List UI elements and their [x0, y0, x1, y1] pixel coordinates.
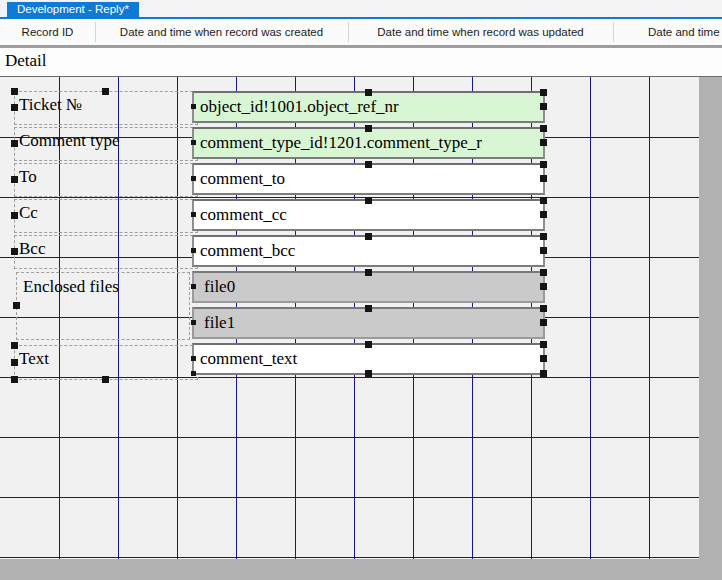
selection-handle[interactable] [540, 161, 547, 168]
selection-handle[interactable] [11, 248, 18, 255]
selection-handle[interactable] [365, 305, 372, 312]
selection-handle[interactable] [191, 320, 196, 325]
selection-handle[interactable] [540, 175, 547, 182]
selection-handle[interactable] [11, 376, 18, 383]
selection-handle[interactable] [365, 161, 372, 168]
label-bcc-text: Bcc [19, 239, 45, 259]
label-enclosed-files[interactable]: Enclosed files [16, 272, 190, 340]
selection-handle[interactable] [191, 284, 196, 289]
column-header-row: Record ID Date and time when record was … [0, 19, 722, 48]
label-cc[interactable]: Cc [14, 199, 198, 233]
label-to-text: To [19, 167, 37, 187]
selection-handle[interactable] [191, 371, 196, 376]
field-comment-text-text: comment_text [194, 345, 543, 373]
tab-strip: Development - Reply* [0, 0, 722, 19]
field-comment-type-text: comment_type_id!1201.comment_type_r [194, 129, 543, 157]
selection-handle[interactable] [191, 176, 196, 181]
field-comment-text[interactable]: comment_text [192, 343, 545, 375]
label-text[interactable]: Text [14, 345, 198, 380]
field-file1[interactable]: file1 [192, 307, 545, 339]
tab-development-reply[interactable]: Development - Reply* [7, 2, 139, 17]
selection-handle[interactable] [365, 370, 372, 377]
selection-handle[interactable] [540, 247, 547, 254]
label-ticket-no-text: Ticket № [19, 95, 82, 115]
selection-handle[interactable] [540, 89, 547, 96]
label-text-text: Text [19, 349, 49, 369]
column-header-record-id[interactable]: Record ID [0, 19, 95, 45]
field-comment-to-text: comment_to [194, 165, 543, 193]
field-file0[interactable]: file0 [192, 271, 545, 303]
label-comment-type-text: Comment type [19, 131, 120, 151]
selection-handle[interactable] [365, 341, 372, 348]
selection-handle[interactable] [540, 197, 547, 204]
column-separator [348, 22, 349, 42]
selection-handle[interactable] [365, 269, 372, 276]
selection-handle[interactable] [102, 376, 109, 383]
label-ticket-no[interactable]: Ticket № [14, 91, 198, 125]
selection-handle[interactable] [540, 341, 547, 348]
field-file0-text: file0 [194, 273, 543, 301]
selection-handle[interactable] [540, 125, 547, 132]
tab-title: Development - Reply* [17, 3, 129, 15]
label-cc-text: Cc [19, 203, 38, 223]
selection-handle[interactable] [191, 248, 196, 253]
selection-handle[interactable] [365, 89, 372, 96]
selection-handle[interactable] [191, 356, 196, 361]
field-comment-bcc[interactable]: comment_bcc [192, 235, 545, 267]
selection-handle[interactable] [365, 233, 372, 240]
field-comment-type[interactable]: comment_type_id!1201.comment_type_r [192, 127, 545, 159]
column-header-updated[interactable]: Date and time when record was updated [348, 19, 613, 45]
selection-handle[interactable] [540, 305, 547, 312]
selection-handle[interactable] [11, 176, 18, 183]
selection-handle[interactable] [13, 302, 20, 309]
selection-handle[interactable] [11, 88, 18, 95]
selection-handle[interactable] [540, 370, 547, 377]
label-enclosed-files-text: Enclosed files [23, 277, 119, 297]
selection-handle[interactable] [365, 197, 372, 204]
selection-handle[interactable] [11, 140, 18, 147]
selection-handle[interactable] [540, 211, 547, 218]
selection-handle[interactable] [365, 125, 372, 132]
selection-handle[interactable] [540, 139, 547, 146]
selection-handle[interactable] [191, 212, 196, 217]
column-separator [95, 22, 96, 42]
selection-handle[interactable] [11, 104, 18, 111]
label-bcc[interactable]: Bcc [14, 235, 198, 269]
selection-handle[interactable] [11, 359, 18, 366]
selection-handle[interactable] [102, 88, 109, 95]
detail-band-header[interactable]: Detail [0, 48, 722, 77]
field-comment-bcc-text: comment_bcc [194, 237, 543, 265]
column-separator [613, 22, 614, 42]
label-to[interactable]: To [14, 163, 198, 197]
selection-handle[interactable] [540, 233, 547, 240]
detail-band-title: Detail [5, 51, 47, 71]
selection-handle[interactable] [191, 104, 196, 109]
design-canvas[interactable]: Ticket № Comment type To Cc Bcc Enclosed… [0, 77, 699, 559]
selection-handle[interactable] [540, 319, 547, 326]
selection-handle[interactable] [540, 269, 547, 276]
column-header-created[interactable]: Date and time when record was created [95, 19, 348, 45]
field-comment-to[interactable]: comment_to [192, 163, 545, 195]
selection-handle[interactable] [540, 355, 547, 362]
selection-handle[interactable] [11, 212, 18, 219]
label-comment-type[interactable]: Comment type [14, 127, 198, 161]
field-comment-cc-text: comment_cc [194, 201, 543, 229]
field-file1-text: file1 [194, 309, 543, 337]
selection-handle[interactable] [540, 283, 547, 290]
field-object-ref-nr-text: object_id!1001.object_ref_nr [194, 93, 543, 121]
selection-handle[interactable] [11, 342, 18, 349]
selection-handle[interactable] [540, 103, 547, 110]
field-object-ref-nr[interactable]: object_id!1001.object_ref_nr [192, 91, 545, 123]
column-header-next[interactable]: Date and time w [613, 19, 722, 45]
field-comment-cc[interactable]: comment_cc [192, 199, 545, 231]
selection-handle[interactable] [191, 140, 196, 145]
